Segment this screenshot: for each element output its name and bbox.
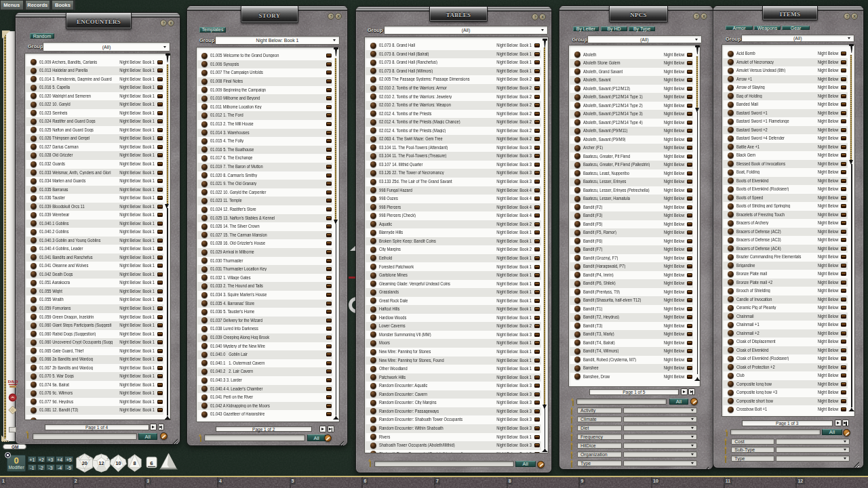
svg-text:D&D: D&D (7, 379, 18, 384)
svg-text:10: 10 (115, 460, 121, 466)
svg-text:12: 12 (98, 460, 104, 466)
svg-text:6: 6 (150, 460, 153, 466)
svg-text:8: 8 (134, 460, 136, 466)
svg-text:20: 20 (82, 460, 87, 466)
